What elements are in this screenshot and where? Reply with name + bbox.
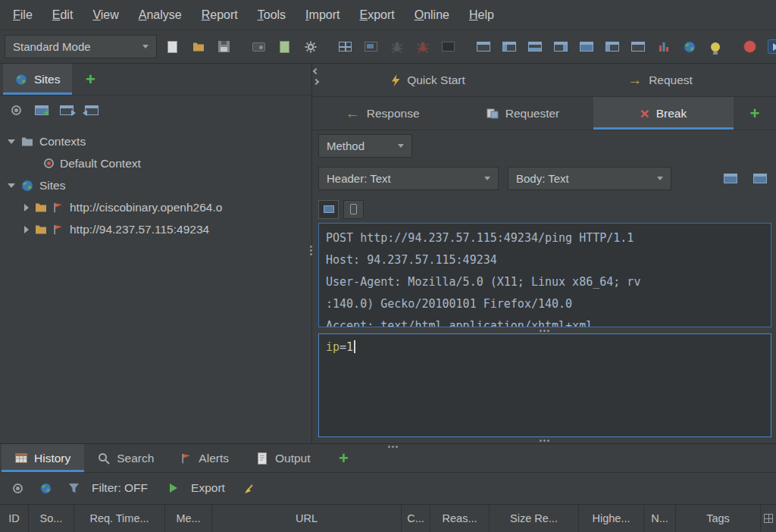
break-request-view-button[interactable] (720, 168, 740, 188)
menu-report[interactable]: Report (192, 2, 248, 29)
filter-button[interactable] (64, 478, 84, 498)
menu-online[interactable]: Online (405, 2, 459, 29)
add-bottom-tab-button[interactable]: + (324, 444, 364, 472)
mode-select[interactable]: Standard Mode (5, 35, 157, 58)
menu-file[interactable]: File (3, 2, 42, 29)
import-context-button[interactable] (56, 100, 77, 120)
menu-help[interactable]: Help (459, 2, 504, 29)
show-tab-button-6[interactable] (602, 37, 622, 57)
menu-view[interactable]: View (83, 2, 128, 29)
method-select[interactable]: Method (318, 134, 412, 158)
menu-export[interactable]: Export (349, 2, 404, 29)
online-button[interactable] (679, 37, 699, 57)
hints-button[interactable] (705, 37, 725, 57)
column-settings-button[interactable] (761, 505, 776, 532)
new-session-icon (167, 41, 177, 53)
tab-response[interactable]: ← Response (312, 97, 452, 130)
device-view-button[interactable] (343, 200, 364, 219)
filter-label[interactable]: Filter: OFF (92, 481, 148, 495)
tree-item-sites[interactable]: Sites (0, 174, 311, 196)
column-header-req-time[interactable]: Req. Time... (74, 505, 165, 532)
screen-view-button[interactable] (318, 200, 339, 219)
splitter-grip[interactable] (312, 437, 776, 443)
splitter-grip[interactable] (312, 327, 776, 333)
manage-tabs-button[interactable] (335, 37, 355, 57)
export-label[interactable]: Export (191, 481, 225, 495)
clear-history-button[interactable] (240, 478, 261, 498)
show-tab-button-1[interactable] (473, 37, 493, 57)
tree-item-site-2[interactable]: http://94.237.57.115:49234 (0, 218, 311, 240)
history-scope-button[interactable] (8, 478, 28, 498)
column-header-note[interactable]: N... (644, 505, 676, 532)
tab-history[interactable]: History (2, 444, 84, 472)
column-header-reason[interactable]: Reas... (430, 505, 490, 532)
show-tab-button-2[interactable] (499, 37, 519, 57)
tab-sites[interactable]: Sites (3, 64, 72, 95)
history-sites-button[interactable] (36, 478, 56, 498)
options-button[interactable] (300, 37, 321, 57)
add-panel-tab-button[interactable]: + (72, 64, 108, 95)
tree-item-site-1[interactable]: http://ciscobinary.openh264.o (0, 196, 311, 218)
expand-icon[interactable] (24, 226, 29, 233)
show-tab-button-5[interactable] (576, 37, 596, 57)
request-body-editor[interactable]: ip=1 (318, 333, 771, 437)
response-arrow-icon: ← (346, 106, 360, 120)
column-header-method[interactable]: Me... (165, 505, 212, 532)
collapse-icon[interactable] (8, 139, 15, 144)
panes-icon (339, 42, 352, 52)
export-context-button[interactable] (81, 100, 102, 120)
menu-edit[interactable]: Edit (42, 2, 83, 29)
spider-button[interactable] (386, 37, 407, 57)
show-tab-button-4[interactable] (550, 37, 571, 57)
break-toggle-button[interactable] (740, 37, 760, 57)
terminal-button[interactable] (438, 37, 458, 57)
body-view-select[interactable]: Body: Text (508, 167, 671, 190)
column-header-tags[interactable]: Tags (676, 505, 761, 532)
tab-label: Search (117, 452, 154, 465)
chevron-down-icon (484, 177, 490, 180)
tab-break[interactable]: × Break (593, 97, 734, 130)
collapse-icon[interactable] (8, 183, 15, 188)
add-workspace-tab-button[interactable]: + (734, 97, 776, 130)
panel-collapse-arrows[interactable] (314, 69, 318, 84)
tab-search[interactable]: Search (84, 444, 167, 472)
active-scan-button[interactable] (412, 37, 433, 57)
request-header-editor[interactable]: POST http://94.237.57.115:49234/ping HTT… (318, 223, 771, 327)
export-button[interactable] (163, 478, 183, 498)
maximize-panel-button[interactable] (361, 37, 381, 57)
column-header-highest-alert[interactable]: Highe... (579, 505, 644, 532)
chart-button[interactable] (653, 37, 674, 57)
tab-request[interactable]: → Request (544, 64, 776, 96)
menu-analyse[interactable]: Analyse (129, 2, 192, 29)
persist-session-button[interactable] (214, 37, 234, 57)
tab-alerts[interactable]: Alerts (167, 444, 242, 472)
session-properties-button[interactable] (274, 37, 295, 57)
tab-quick-start[interactable]: Quick Start (312, 64, 544, 96)
tab-requester[interactable]: Requester (452, 97, 593, 130)
terminal-icon (442, 42, 455, 52)
lightbulb-icon (711, 42, 720, 52)
menu-tools[interactable]: Tools (248, 2, 296, 29)
scope-target-button[interactable] (6, 100, 27, 120)
tab-label: Break (656, 107, 687, 120)
column-header-code[interactable]: C... (402, 505, 430, 532)
step-button[interactable] (765, 37, 776, 57)
open-session-button[interactable] (188, 37, 208, 57)
show-tab-button-3[interactable] (524, 37, 545, 57)
column-header-url[interactable]: URL (212, 505, 402, 532)
show-tab-button-7[interactable] (627, 37, 648, 57)
column-header-id[interactable]: ID (0, 505, 29, 532)
expand-icon[interactable] (24, 204, 29, 211)
tree-item-default-context[interactable]: Default Context (0, 152, 311, 174)
chevron-right-icon (313, 79, 319, 85)
tree-item-contexts[interactable]: Contexts (0, 130, 311, 152)
break-response-view-button[interactable] (749, 168, 770, 188)
column-header-source[interactable]: So... (29, 505, 74, 532)
snapshot-session-button[interactable] (249, 37, 269, 57)
column-header-size[interactable]: Size Re... (490, 505, 579, 532)
new-context-button[interactable] (31, 100, 52, 120)
menu-import[interactable]: Import (296, 2, 349, 29)
header-view-select[interactable]: Header: Text (318, 167, 499, 190)
tab-output[interactable]: Output (242, 444, 324, 472)
new-session-button[interactable] (162, 37, 183, 57)
